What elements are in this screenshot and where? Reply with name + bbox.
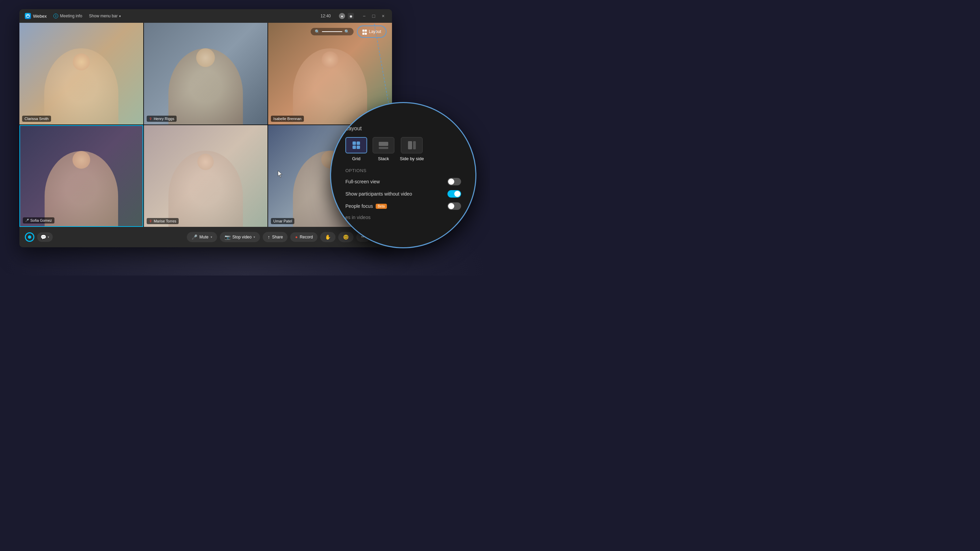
face-2 — [196, 48, 215, 67]
camera-icon: 📷 — [224, 234, 231, 240]
layout-section-title: Layout — [345, 125, 461, 132]
stack-row-main — [379, 142, 388, 146]
user-avatar-icon: ● — [339, 13, 345, 19]
video-cell-henry: 🎙 Henry Riggs — [144, 23, 268, 124]
mute-button[interactable]: 🎤 Mute ▾ — [187, 232, 217, 242]
participant-label-marise: 🎙 Marise Torres — [147, 218, 179, 224]
options-section-title: Options — [345, 168, 461, 173]
chevron-down-icon: ▾ — [119, 14, 121, 18]
participant-label-umar: Umar Patel — [271, 218, 294, 224]
reactions-button[interactable]: 😊 — [338, 232, 353, 242]
record-label: Record — [300, 235, 313, 240]
top-controls: 🔍 🔍 Layout — [311, 25, 387, 38]
names-in-videos-option-row: es in videos — [345, 214, 461, 220]
stack-row-small — [379, 147, 388, 149]
participant-name-isabelle: Isabelle Brennan — [273, 117, 301, 121]
side-col-left — [408, 141, 412, 149]
mute-icon: 🎤 — [192, 234, 197, 240]
layout-option-grid[interactable]: Grid — [345, 137, 367, 161]
video-cell-marise: 🎙 Marise Torres — [144, 125, 268, 227]
participant-name-marise: Marise Torres — [154, 219, 176, 223]
chat-chevron: ▾ — [48, 235, 49, 239]
layout-option-stack[interactable]: Stack — [372, 137, 395, 161]
show-menu-bar-label: Show menu bar — [89, 14, 118, 18]
grid-layout-icon — [345, 137, 367, 153]
side-by-side-layout-icon — [401, 137, 423, 153]
stack-icon-inner — [379, 142, 388, 149]
status-indicator — [25, 232, 34, 242]
stack-label: Stack — [378, 156, 389, 161]
share-icon: ↑ — [267, 234, 270, 240]
show-participants-toggle[interactable] — [447, 190, 461, 198]
participant-name-sofia: Sofia Gomez — [30, 218, 52, 222]
status-dot-inner — [28, 235, 31, 239]
layout-popup-inner: Layout Grid — [339, 119, 468, 232]
layout-option-side-by-side[interactable]: Side by side — [400, 137, 424, 161]
participant-name-umar: Umar Patel — [273, 219, 292, 223]
layout-button[interactable]: Layout — [357, 25, 387, 38]
grid-cell-tl — [353, 141, 356, 145]
meeting-info-button[interactable]: i Meeting info — [51, 13, 85, 19]
face-4 — [73, 151, 90, 169]
grid-cell-br — [356, 146, 360, 149]
side-icon-inner — [408, 141, 416, 149]
webex-logo-icon — [25, 13, 31, 19]
video-cell-sofia: 🎤 Sofia Gomez — [19, 125, 143, 227]
face-5 — [197, 154, 214, 170]
search-icon: 🔍 — [315, 29, 320, 34]
show-participants-label: Show participants without video — [345, 191, 412, 197]
record-button[interactable]: ● Record — [290, 232, 318, 242]
mic-off-icon-marise: 🎙 — [149, 219, 153, 223]
meeting-info-label: Meeting info — [60, 14, 82, 18]
maximize-button[interactable]: □ — [370, 13, 377, 19]
meeting-info-icon: i — [53, 14, 58, 18]
layout-options: Grid Stack — [345, 137, 461, 161]
control-bar: 💬 ▾ 🎤 Mute ▾ 📷 Stop video ▾ ↑ Share ● Re… — [19, 227, 392, 247]
participant-label-sofia: 🎤 Sofia Gomez — [23, 218, 54, 224]
mic-off-icon-henry: 🎙 — [149, 117, 153, 121]
participant-name-clarissa: Clarissa Smith — [24, 117, 49, 121]
layout-label: Layout — [369, 29, 381, 34]
show-menu-bar-button[interactable]: Show menu bar ▾ — [89, 14, 121, 18]
status-icon: ◉ — [348, 13, 354, 19]
hand-icon: ✋ — [325, 234, 331, 240]
close-button[interactable]: × — [380, 13, 387, 19]
full-screen-option-row: Full-screen view — [345, 178, 461, 185]
people-focus-option-row: People focus Beta — [345, 202, 461, 210]
participant-label-clarissa: Clarissa Smith — [22, 116, 51, 122]
chat-icon: 💬 — [40, 234, 46, 240]
grid-cell-bl — [353, 146, 356, 149]
people-focus-text: People focus — [345, 203, 373, 209]
time-display: 12:40 — [321, 14, 331, 18]
layout-grid-icon — [363, 28, 367, 35]
chat-button[interactable]: 💬 ▾ — [37, 232, 53, 242]
people-focus-toggle[interactable] — [447, 202, 461, 210]
full-screen-label: Full-screen view — [345, 179, 380, 184]
share-label: Share — [272, 235, 283, 240]
app-name: Webex — [33, 14, 47, 19]
full-screen-toggle[interactable] — [447, 178, 461, 185]
participant-label-isabelle: Isabelle Brennan — [271, 116, 304, 122]
video-chevron: ▾ — [253, 235, 255, 239]
grid-label: Grid — [352, 156, 361, 161]
names-in-videos-label: es in videos — [345, 214, 371, 220]
search-slider[interactable] — [322, 31, 342, 32]
participant-name-henry: Henry Riggs — [154, 117, 175, 121]
mute-label: Mute — [199, 235, 208, 240]
share-button[interactable]: ↑ Share — [263, 232, 288, 242]
stop-video-button[interactable]: 📷 Stop video ▾ — [220, 232, 260, 242]
search-end-icon: 🔍 — [344, 29, 350, 34]
record-icon: ● — [295, 235, 298, 240]
search-bar[interactable]: 🔍 🔍 — [311, 28, 353, 35]
raise-hand-button[interactable]: ✋ — [320, 232, 336, 242]
show-participants-option-row: Show participants without video — [345, 190, 461, 198]
minimize-button[interactable]: − — [361, 13, 368, 19]
video-cell-clarissa: Clarissa Smith — [19, 23, 143, 124]
mute-chevron: ▾ — [211, 235, 212, 239]
face-3 — [321, 51, 339, 68]
participant-label-henry: 🎙 Henry Riggs — [147, 116, 177, 122]
grid-cell-tr — [356, 141, 360, 145]
mic-icon-sofia: 🎤 — [25, 219, 29, 222]
side-by-side-label: Side by side — [400, 156, 424, 161]
window-controls: − □ × — [361, 13, 387, 19]
